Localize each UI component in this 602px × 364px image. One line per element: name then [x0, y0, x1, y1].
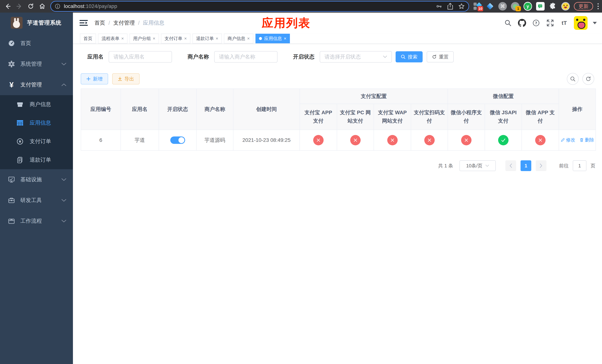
- page-size-select[interactable]: 10条/页: [460, 160, 496, 171]
- sidebar-item-merchant-info[interactable]: 商户信息: [0, 95, 73, 114]
- extensions-puzzle-icon[interactable]: [549, 2, 557, 11]
- avatar-caret-icon[interactable]: [593, 22, 597, 24]
- sidebar-item-workflow[interactable]: 工作流程: [0, 211, 73, 231]
- alipay-pc-status-icon: [350, 135, 361, 145]
- table-toolbar: 新增 导出: [81, 73, 594, 85]
- toggle-search-button[interactable]: [567, 73, 579, 85]
- sidebar-fold-icon[interactable]: [80, 19, 88, 27]
- enabled-toggle[interactable]: [170, 137, 185, 144]
- close-icon[interactable]: ×: [247, 36, 250, 41]
- refresh-table-button[interactable]: [582, 73, 594, 85]
- sidebar-item-infrastructure[interactable]: 基础设施: [0, 169, 73, 190]
- refresh-icon: [586, 76, 591, 82]
- address-bar[interactable]: localhost:1024/pay/app: [50, 1, 469, 12]
- document-icon: [16, 156, 24, 163]
- tab-pay-order[interactable]: 支付订单×: [161, 34, 190, 43]
- dashboard-icon: [7, 40, 16, 47]
- app-title: 芋道管理系统: [27, 19, 62, 27]
- tab-user-group[interactable]: 用户分组×: [129, 34, 159, 43]
- breadcrumb-home[interactable]: 首页: [94, 19, 105, 27]
- extension-grid-icon[interactable]: 10: [473, 2, 482, 11]
- col-created: 创建时间: [233, 89, 300, 130]
- sidebar-item-app-info[interactable]: 应用信息: [0, 114, 73, 132]
- browser-update-button[interactable]: 更新: [574, 2, 593, 11]
- breadcrumb-pay[interactable]: 支付管理: [113, 19, 135, 27]
- extension-gem-icon[interactable]: [486, 2, 494, 11]
- tab-merchant-info[interactable]: 商户信息×: [224, 34, 253, 43]
- close-icon[interactable]: ×: [284, 36, 286, 41]
- tab-process-form[interactable]: 流程表单×: [98, 34, 127, 43]
- sidebar-item-refund-order[interactable]: 退款订单: [0, 151, 73, 169]
- monitor-icon: [7, 176, 16, 183]
- col-alipay-pc: 支付宝 PC 网站支付: [337, 104, 374, 130]
- password-key-icon[interactable]: [436, 3, 442, 10]
- extension-yudao-icon[interactable]: y: [524, 2, 532, 11]
- coin-yen-icon: ¥: [16, 138, 24, 145]
- close-icon[interactable]: ×: [184, 36, 187, 41]
- search-button[interactable]: 搜索: [396, 51, 423, 62]
- bookmark-star-icon[interactable]: [458, 3, 465, 10]
- app-logo: [11, 17, 22, 29]
- browser-menu-icon[interactable]: [597, 2, 599, 11]
- browser-home-button[interactable]: [37, 1, 47, 11]
- close-icon[interactable]: ×: [216, 36, 218, 41]
- goto-page-input[interactable]: [573, 160, 586, 171]
- reset-button[interactable]: 重置: [427, 51, 454, 62]
- browser-forward-button[interactable]: [14, 1, 24, 11]
- close-icon[interactable]: ×: [153, 36, 155, 41]
- app-name-label: 应用名: [87, 53, 104, 61]
- browser-back-button[interactable]: [3, 1, 13, 11]
- tab-home[interactable]: 首页: [80, 34, 96, 43]
- wechat-app-status-icon: [535, 135, 546, 145]
- app-name-input[interactable]: [109, 51, 172, 63]
- extension-badge: 10: [478, 6, 483, 11]
- sidebar-item-dev-tools[interactable]: 研发工具: [0, 190, 73, 211]
- add-button[interactable]: 新增: [81, 73, 108, 85]
- app-logo-row[interactable]: 芋道管理系统: [0, 13, 73, 33]
- fullscreen-icon[interactable]: [546, 19, 555, 27]
- extension-recorder-icon[interactable]: 1: [511, 2, 519, 11]
- edit-link[interactable]: 修改: [560, 137, 575, 143]
- chevron-down-icon: [62, 199, 66, 202]
- tab-refund-order[interactable]: 退款订单×: [193, 34, 222, 43]
- prev-page-button[interactable]: [505, 160, 516, 171]
- col-alipay-scan: 支付宝扫码支付: [411, 104, 448, 130]
- group-wechat-config: 微信配置: [448, 89, 559, 104]
- close-icon[interactable]: ×: [121, 36, 124, 41]
- github-icon[interactable]: [517, 19, 527, 27]
- page-number-1[interactable]: 1: [521, 160, 531, 171]
- chevron-down-icon: [62, 178, 66, 181]
- svg-text:?: ?: [535, 21, 537, 25]
- status-label: 开启状态: [293, 53, 314, 61]
- user-avatar[interactable]: [574, 16, 588, 30]
- download-icon: [118, 77, 122, 81]
- col-app-name: 应用名: [121, 89, 159, 130]
- status-select[interactable]: 请选择开启状态: [320, 51, 392, 63]
- tab-app-info[interactable]: 应用信息×: [256, 34, 290, 43]
- sidebar-item-home[interactable]: 首页: [0, 33, 73, 54]
- search-icon[interactable]: [504, 19, 512, 27]
- refresh-icon: [432, 54, 437, 59]
- gear-icon: [7, 60, 16, 68]
- merchant-name-input[interactable]: [214, 51, 278, 63]
- pencil-icon: [560, 138, 565, 142]
- url-path: :1024/pay/app: [85, 3, 117, 9]
- font-size-icon[interactable]: tT: [560, 19, 569, 27]
- share-icon[interactable]: [447, 3, 453, 10]
- export-button[interactable]: 导出: [112, 73, 140, 85]
- extension-chat-icon[interactable]: [536, 2, 545, 11]
- browser-profile-avatar[interactable]: [561, 2, 570, 11]
- extension-command-icon[interactable]: ⌘: [498, 2, 507, 11]
- col-wechat-mini: 微信小程序支付: [448, 104, 485, 130]
- chevron-down-icon: [62, 63, 66, 65]
- next-page-button[interactable]: [536, 160, 547, 171]
- browser-reload-button[interactable]: [26, 1, 36, 11]
- help-icon[interactable]: ?: [532, 19, 540, 27]
- sidebar-item-pay[interactable]: ¥ 支付管理: [0, 75, 73, 95]
- site-info-icon[interactable]: [55, 3, 61, 9]
- sidebar-item-system[interactable]: 系统管理: [0, 54, 73, 75]
- svg-text:¥: ¥: [19, 139, 21, 143]
- delete-link[interactable]: 删除: [580, 137, 594, 143]
- goto-label: 前往: [559, 162, 569, 169]
- sidebar-item-pay-order[interactable]: ¥ 支付订单: [0, 132, 73, 151]
